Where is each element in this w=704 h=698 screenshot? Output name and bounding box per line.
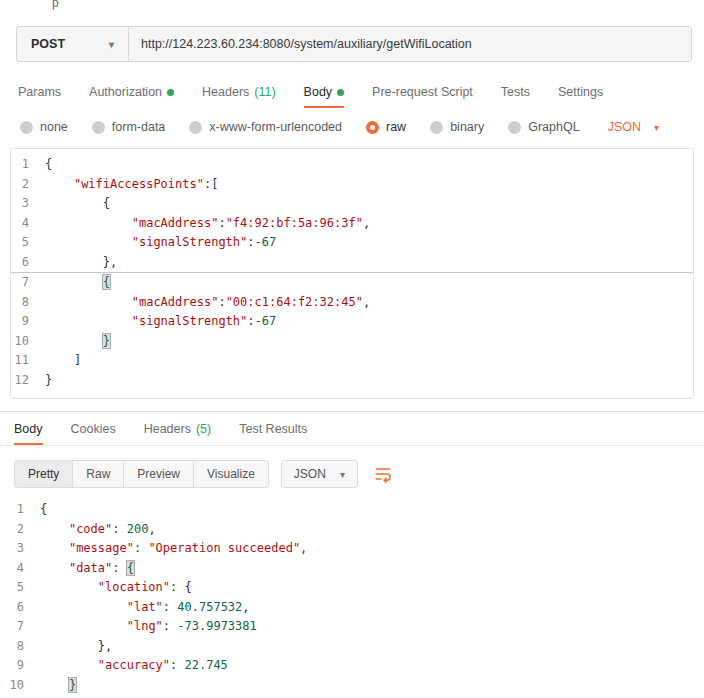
radio-binary[interactable]: binary bbox=[430, 120, 484, 134]
visualize-button[interactable]: Visualize bbox=[193, 460, 269, 488]
wrap-text-icon bbox=[374, 465, 392, 483]
tab-body[interactable]: Body bbox=[304, 85, 345, 108]
line-number: 4 bbox=[6, 559, 40, 579]
line-number: 7 bbox=[11, 273, 45, 293]
tab-label: Settings bbox=[558, 85, 603, 99]
code-line: 8 "macAddress":"00:c1:64:f2:32:45", bbox=[11, 293, 693, 313]
radio-graphql[interactable]: GraphQL bbox=[508, 120, 579, 134]
code-line: 10 } bbox=[11, 332, 693, 352]
method-select[interactable]: POST ▾ bbox=[17, 27, 129, 61]
tab-label: Headers bbox=[144, 422, 191, 436]
line-number: 10 bbox=[11, 332, 45, 352]
request-body-editor[interactable]: 1{2 "wifiAccessPoints":[3 {4 "macAddress… bbox=[10, 148, 694, 399]
radio-label: raw bbox=[386, 120, 406, 134]
code-line: 11 ] bbox=[11, 351, 693, 371]
tab-headers[interactable]: Headers (11) bbox=[202, 85, 276, 108]
headers-count: (5) bbox=[196, 422, 211, 436]
method-label: POST bbox=[31, 37, 65, 51]
green-status-dot bbox=[337, 89, 344, 96]
response-language-dropdown[interactable]: JSON ▾ bbox=[281, 460, 358, 488]
line-number: 7 bbox=[6, 617, 40, 637]
code-line: 8 }, bbox=[6, 637, 704, 657]
code-line: 4 "macAddress":"f4:92:bf:5a:96:3f", bbox=[11, 214, 693, 234]
line-number: 2 bbox=[6, 520, 40, 540]
code-line: 3 "message": "Operation succeeded", bbox=[6, 539, 704, 559]
code-line: 12} bbox=[11, 371, 693, 391]
tab-params[interactable]: Params bbox=[18, 85, 61, 108]
radio-icon bbox=[430, 121, 443, 134]
radio-x-www-form-urlencoded[interactable]: x-www-form-urlencoded bbox=[189, 120, 342, 134]
line-number: 10 bbox=[6, 676, 40, 696]
body-type-row: none form-data x-www-form-urlencoded raw… bbox=[20, 120, 704, 134]
request-url-bar: POST ▾ http://124.223.60.234:8080/system… bbox=[16, 26, 692, 62]
preview-button[interactable]: Preview bbox=[123, 460, 194, 488]
code-line: 1{ bbox=[11, 155, 693, 175]
postman-app: p POST ▾ http://124.223.60.234:8080/syst… bbox=[0, 0, 704, 698]
tab-cookies[interactable]: Cookies bbox=[71, 422, 116, 445]
line-number: 1 bbox=[6, 500, 40, 520]
tab-response-body[interactable]: Body bbox=[14, 422, 43, 445]
code-line: 9 "signalStrength":-67 bbox=[11, 312, 693, 332]
code-line: 9 "accuracy": 22.745 bbox=[6, 656, 704, 676]
section-divider bbox=[0, 411, 704, 412]
tab-label: Test Results bbox=[239, 422, 307, 436]
tab-label: Body bbox=[304, 85, 333, 99]
line-number: 12 bbox=[11, 371, 45, 391]
code-line: 7 "lng": -73.9973381 bbox=[6, 617, 704, 637]
code-line: 7 { bbox=[11, 272, 693, 293]
tab-label: Tests bbox=[501, 85, 530, 99]
radio-form-data[interactable]: form-data bbox=[92, 120, 166, 134]
line-number: 9 bbox=[6, 656, 40, 676]
radio-label: form-data bbox=[112, 120, 166, 134]
line-number: 3 bbox=[11, 194, 45, 214]
radio-label: none bbox=[40, 120, 68, 134]
response-body-editor[interactable]: 1{2 "code": 200,3 "message": "Operation … bbox=[6, 500, 704, 698]
radio-icon bbox=[92, 121, 105, 134]
window-fragment: p bbox=[52, 0, 59, 10]
line-number: 6 bbox=[6, 598, 40, 618]
tab-label: Authorization bbox=[89, 85, 162, 99]
chevron-down-icon: ▾ bbox=[340, 469, 345, 480]
line-number: 1 bbox=[11, 155, 45, 175]
code-line: 1{ bbox=[6, 500, 704, 520]
line-number: 4 bbox=[11, 214, 45, 234]
line-number: 3 bbox=[6, 539, 40, 559]
chevron-down-icon: ▾ bbox=[109, 39, 114, 50]
tab-label: Cookies bbox=[71, 422, 116, 436]
tab-authorization[interactable]: Authorization bbox=[89, 85, 174, 108]
response-tabs: Body Cookies Headers (5) Test Results bbox=[0, 414, 704, 446]
code-line: 10 } bbox=[6, 676, 704, 696]
green-status-dot bbox=[167, 89, 174, 96]
radio-label: GraphQL bbox=[528, 120, 579, 134]
tab-label: Body bbox=[14, 422, 43, 436]
tab-label: Headers bbox=[202, 85, 249, 99]
tab-test-results[interactable]: Test Results bbox=[239, 422, 307, 445]
tab-settings[interactable]: Settings bbox=[558, 85, 603, 108]
code-line: 2 "wifiAccessPoints":[ bbox=[11, 175, 693, 195]
code-line: 3 { bbox=[11, 194, 693, 214]
tab-tests[interactable]: Tests bbox=[501, 85, 530, 108]
radio-icon bbox=[20, 121, 33, 134]
code-line: 2 "code": 200, bbox=[6, 520, 704, 540]
raw-language-dropdown[interactable]: JSON ▾ bbox=[608, 120, 659, 134]
tab-response-headers[interactable]: Headers (5) bbox=[144, 422, 212, 445]
pretty-button[interactable]: Pretty bbox=[14, 460, 73, 488]
line-number: 5 bbox=[11, 233, 45, 253]
radio-label: binary bbox=[450, 120, 484, 134]
line-number: 11 bbox=[11, 351, 45, 371]
line-number: 2 bbox=[11, 175, 45, 195]
radio-icon bbox=[189, 121, 202, 134]
view-mode-segment: Pretty Raw Preview Visualize bbox=[14, 460, 269, 488]
tab-pre-request-script[interactable]: Pre-request Script bbox=[372, 85, 473, 108]
code-line: 5 "signalStrength":-67 bbox=[11, 233, 693, 253]
radio-none[interactable]: none bbox=[20, 120, 68, 134]
radio-raw[interactable]: raw bbox=[366, 120, 406, 134]
raw-button[interactable]: Raw bbox=[72, 460, 124, 488]
request-tabs: Params Authorization Headers (11) Body P… bbox=[0, 78, 704, 108]
url-input[interactable]: http://124.223.60.234:8080/system/auxili… bbox=[129, 27, 691, 61]
wrap-text-button[interactable] bbox=[374, 465, 392, 483]
radio-icon bbox=[508, 121, 521, 134]
response-toolbar: Pretty Raw Preview Visualize JSON ▾ bbox=[14, 460, 704, 488]
headers-count: (11) bbox=[254, 85, 275, 99]
line-number: 8 bbox=[6, 637, 40, 657]
